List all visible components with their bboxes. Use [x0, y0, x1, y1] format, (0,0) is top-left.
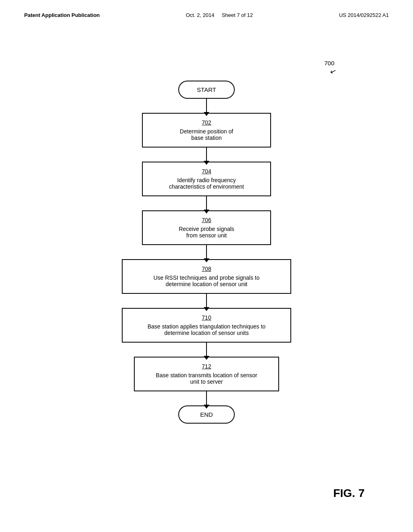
- step-710-box: 710 Base station applies triangulation t…: [122, 308, 291, 343]
- step-712-box: 712 Base station transmits location of s…: [134, 357, 279, 391]
- header-date-sheet: Oct. 2, 2014 Sheet 7 of 12: [186, 12, 253, 18]
- header-patent-number: US 2014/0292522 A1: [339, 12, 389, 18]
- arrow-4: [206, 245, 207, 259]
- step-708-line2: determine location of sensor unit: [166, 281, 247, 287]
- step-702-line2: base station: [191, 135, 222, 141]
- fig-label: FIG. 7: [333, 487, 365, 500]
- header-date: Oct. 2, 2014: [186, 12, 215, 18]
- step-706-line2: from sensor unit: [186, 232, 227, 239]
- arrow-6: [206, 343, 207, 357]
- step-712-id: 712: [143, 363, 270, 370]
- header-title: Patent Application Publication: [24, 12, 100, 18]
- step-702-id: 702: [151, 119, 262, 126]
- page-header: Patent Application Publication Oct. 2, 2…: [0, 0, 413, 18]
- step-704-id: 704: [151, 168, 262, 175]
- end-label: END: [200, 411, 213, 418]
- ref-arrow: ↙: [329, 66, 338, 77]
- step-708-id: 708: [131, 266, 282, 272]
- step-712-line1: Base station transmits location of senso…: [156, 372, 257, 378]
- ref-number: 700: [324, 60, 334, 66]
- step-706-id: 706: [151, 217, 262, 223]
- step-708-line1: Use RSSI techniques and probe signals to: [153, 274, 259, 281]
- start-shape: START: [178, 81, 235, 99]
- arrow-2: [206, 148, 207, 162]
- arrow-3: [206, 196, 207, 210]
- start-label: START: [197, 86, 216, 93]
- step-704-box: 704 Identify radio frequency characteris…: [142, 162, 271, 196]
- step-710-id: 710: [131, 314, 282, 321]
- step-702-line1: Determine position of: [180, 128, 233, 135]
- patent-page: Patent Application Publication Oct. 2, 2…: [0, 0, 413, 532]
- step-702-box: 702 Determine position of base station: [142, 113, 271, 148]
- arrow-7: [206, 391, 207, 405]
- step-712-line2: unit to server: [190, 378, 223, 385]
- step-706-box: 706 Receive probe signals from sensor un…: [142, 210, 271, 245]
- step-708-box: 708 Use RSSI techniques and probe signal…: [122, 259, 291, 294]
- step-706-line1: Receive probe signals: [179, 226, 234, 232]
- step-704-line2: characteristics of environment: [169, 183, 244, 190]
- header-sheet: Sheet 7 of 12: [222, 12, 253, 18]
- arrow-1: [206, 99, 207, 113]
- flowchart: START 702 Determine position of base sta…: [122, 81, 291, 424]
- step-704-line1: Identify radio frequency: [177, 177, 236, 183]
- step-710-line1: Base station applies triangulation techn…: [148, 323, 266, 330]
- step-710-line2: determine location of sensor units: [164, 330, 248, 336]
- arrow-5: [206, 294, 207, 308]
